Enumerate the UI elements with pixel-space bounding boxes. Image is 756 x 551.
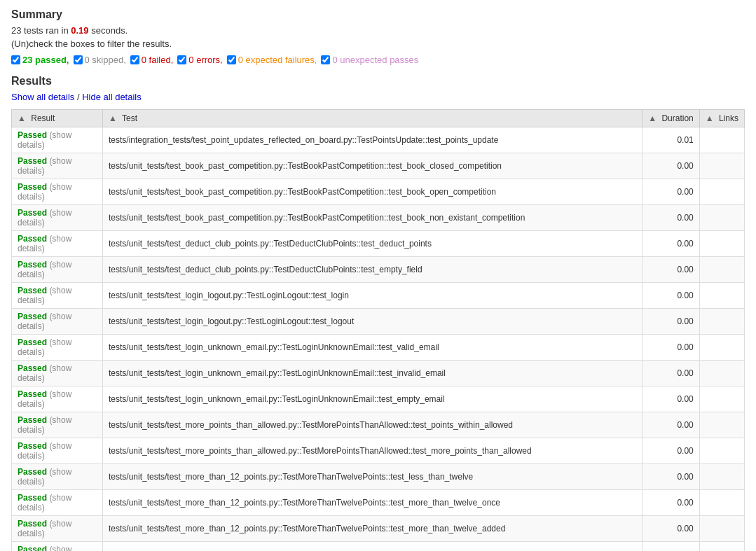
expected-filter-label[interactable]: 0 expected failures,: [227, 55, 317, 65]
test-cell: tests/unit_tests/test_book_past_competit…: [103, 179, 642, 205]
errors-count: 0 errors,: [188, 55, 222, 65]
table-row: Passed (show details)tests/unit_tests/te…: [12, 179, 745, 205]
links-cell: [699, 464, 744, 490]
passed-checkbox[interactable]: [11, 55, 20, 64]
errors-filter-label[interactable]: 0 errors,: [177, 55, 222, 65]
result-passed-label: Passed: [18, 208, 49, 218]
sort-arrow-test: ▲: [109, 113, 117, 123]
result-passed-label: Passed: [18, 467, 49, 477]
result-cell: Passed (show details): [12, 386, 103, 412]
test-cell: tests/unit_tests/test_book_past_competit…: [103, 205, 642, 231]
table-row: Passed (show details)tests/unit_tests/te…: [12, 438, 745, 464]
duration-cell: 0.00: [642, 283, 700, 309]
duration-cell: 0.00: [642, 542, 700, 552]
unexpected-checkbox[interactable]: [321, 55, 330, 64]
expected-checkbox[interactable]: [227, 55, 236, 64]
time-unit: seconds.: [89, 25, 128, 36]
table-header-row: ▲ Result ▲ Test ▲ Duration ▲ Links: [12, 110, 745, 127]
show-all-details-link[interactable]: Show all details: [11, 92, 74, 102]
th-duration-label: Duration: [661, 113, 693, 123]
result-passed-label: Passed: [18, 182, 49, 192]
result-passed-label: Passed: [18, 337, 49, 347]
failed-filter-label[interactable]: 0 failed,: [130, 55, 174, 65]
skipped-checkbox[interactable]: [74, 55, 83, 64]
links-cell: [699, 335, 744, 361]
links-cell: [699, 438, 744, 464]
th-test[interactable]: ▲ Test: [103, 110, 642, 127]
test-cell: tests/unit_tests/test_more_than_12_point…: [103, 464, 642, 490]
failed-count: 0 failed,: [142, 55, 174, 65]
duration-cell: 0.00: [642, 179, 700, 205]
result-cell: Passed (show details): [12, 490, 103, 516]
result-cell: Passed (show details): [12, 283, 103, 309]
filter-text: (Un)check the boxes to filter the result…: [11, 39, 745, 49]
table-row: Passed (show details)tests/unit_tests/te…: [12, 386, 745, 412]
th-result-label: Result: [31, 113, 55, 123]
table-row: Passed (show details)tests/unit_tests/te…: [12, 283, 745, 309]
result-cell: Passed (show details): [12, 205, 103, 231]
result-cell: Passed (show details): [12, 335, 103, 361]
result-passed-label: Passed: [18, 234, 49, 244]
duration-cell: 0.01: [642, 127, 700, 153]
result-cell: Passed (show details): [12, 542, 103, 552]
result-passed-label: Passed: [18, 415, 49, 425]
hide-all-details-link[interactable]: Hide all details: [82, 92, 142, 102]
duration-cell: 0.00: [642, 205, 700, 231]
links-cell: [699, 179, 744, 205]
table-row: Passed (show details)tests/unit_tests/te…: [12, 361, 745, 386]
test-cell: tests/unit_tests/test_overbook_competiti…: [103, 542, 642, 552]
sort-arrow-result: ▲: [18, 113, 26, 123]
failed-checkbox[interactable]: [130, 55, 139, 64]
result-passed-label: Passed: [18, 312, 49, 321]
th-links[interactable]: ▲ Links: [699, 110, 744, 127]
passed-filter-label[interactable]: 23 passed,: [11, 55, 69, 65]
table-row: Passed (show details)tests/unit_tests/te…: [12, 257, 745, 283]
test-cell: tests/unit_tests/test_more_points_than_a…: [103, 438, 642, 464]
unexpected-filter-label[interactable]: 0 unexpected passes: [321, 55, 418, 65]
th-test-label: Test: [122, 113, 137, 123]
expected-count: 0 expected failures,: [238, 55, 317, 65]
duration-cell: 0.00: [642, 231, 700, 257]
test-cell: tests/unit_tests/test_more_than_12_point…: [103, 516, 642, 542]
links-cell: [699, 361, 744, 386]
links-cell: [699, 386, 744, 412]
result-passed-label: Passed: [18, 389, 49, 399]
links-cell: [699, 542, 744, 552]
links-cell: [699, 283, 744, 309]
summary-stats: 23 tests ran in 0.19 seconds.: [11, 25, 745, 36]
skipped-filter-label[interactable]: 0 skipped,: [74, 55, 126, 65]
test-cell: tests/unit_tests/test_login_logout.py::T…: [103, 283, 642, 309]
result-cell: Passed (show details): [12, 438, 103, 464]
test-cell: tests/integration_tests/test_point_updat…: [103, 127, 642, 153]
result-cell: Passed (show details): [12, 153, 103, 179]
links-cell: [699, 231, 744, 257]
passed-count: 23 passed,: [22, 55, 69, 65]
duration-cell: 0.00: [642, 516, 700, 542]
result-cell: Passed (show details): [12, 516, 103, 542]
th-result[interactable]: ▲ Result: [12, 110, 103, 127]
table-row: Passed (show details)tests/unit_tests/te…: [12, 335, 745, 361]
th-duration[interactable]: ▲ Duration: [642, 110, 700, 127]
table-row: Passed (show details)tests/integration_t…: [12, 127, 745, 153]
results-tbody: Passed (show details)tests/integration_t…: [12, 127, 745, 552]
links-cell: [699, 490, 744, 516]
table-row: Passed (show details)tests/unit_tests/te…: [12, 464, 745, 490]
table-row: Passed (show details)tests/unit_tests/te…: [12, 205, 745, 231]
links-cell: [699, 205, 744, 231]
test-cell: tests/unit_tests/test_login_unknown_emai…: [103, 361, 642, 386]
duration-cell: 0.00: [642, 361, 700, 386]
result-cell: Passed (show details): [12, 309, 103, 335]
skipped-count: 0 skipped,: [85, 55, 126, 65]
test-cell: tests/unit_tests/test_more_points_than_a…: [103, 412, 642, 438]
links-cell: [699, 127, 744, 153]
duration-cell: 0.00: [642, 335, 700, 361]
test-cell: tests/unit_tests/test_login_unknown_emai…: [103, 335, 642, 361]
result-passed-label: Passed: [18, 545, 49, 551]
result-passed-label: Passed: [18, 493, 49, 503]
errors-checkbox[interactable]: [177, 55, 186, 64]
table-row: Passed (show details)tests/unit_tests/te…: [12, 542, 745, 552]
th-links-label: Links: [719, 113, 738, 123]
summary-title: Summary: [11, 8, 745, 21]
table-row: Passed (show details)tests/unit_tests/te…: [12, 153, 745, 179]
duration-cell: 0.00: [642, 257, 700, 283]
